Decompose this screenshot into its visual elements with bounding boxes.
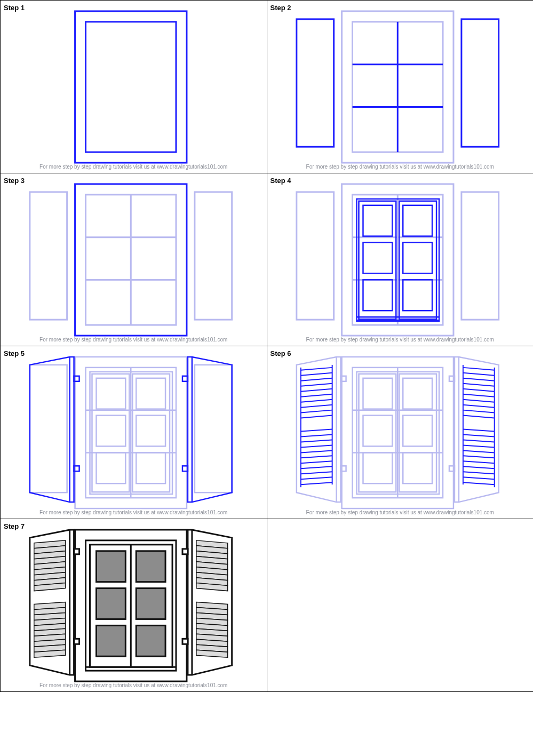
svg-rect-71 <box>403 452 432 483</box>
footer-text: For more step by step drawing tutorials … <box>267 164 534 170</box>
step-cell-7: Step 7 <box>1 519 267 692</box>
svg-rect-42 <box>92 374 129 492</box>
footer-text: For more step by step drawing tutorials … <box>1 510 267 515</box>
svg-rect-69 <box>403 416 432 447</box>
step-cell-1: Step 1 For more step by step drawing tut… <box>1 1 267 173</box>
svg-rect-29 <box>403 243 432 274</box>
svg-rect-95 <box>96 625 125 656</box>
svg-rect-44 <box>96 378 125 409</box>
svg-rect-43 <box>132 374 170 492</box>
svg-marker-72 <box>296 357 340 502</box>
svg-rect-68 <box>363 416 392 447</box>
svg-rect-31 <box>403 280 432 311</box>
step-diagram-5 <box>1 346 267 519</box>
svg-rect-66 <box>363 378 392 409</box>
svg-rect-21 <box>296 192 333 320</box>
svg-rect-39 <box>30 365 67 492</box>
svg-rect-13 <box>30 192 67 320</box>
svg-rect-45 <box>136 378 165 409</box>
svg-rect-0 <box>75 11 187 163</box>
right-shutter-slats <box>463 365 494 487</box>
svg-rect-48 <box>96 452 125 483</box>
step-diagram-2 <box>267 1 534 173</box>
step-diagram-7 <box>1 519 267 691</box>
svg-rect-102 <box>74 549 79 554</box>
svg-rect-47 <box>136 416 165 447</box>
svg-rect-46 <box>96 416 125 447</box>
step-cell-5: Step 5 <box>1 346 267 519</box>
svg-marker-74 <box>454 357 498 502</box>
step-diagram-4 <box>267 173 534 346</box>
svg-rect-25 <box>399 201 436 319</box>
svg-rect-14 <box>195 192 232 320</box>
footer-text: For more step by step drawing tutorials … <box>267 337 534 343</box>
svg-rect-70 <box>363 452 392 483</box>
svg-rect-1 <box>86 22 176 152</box>
footer-text: For more step by step drawing tutorials … <box>267 510 534 515</box>
step-diagram-1 <box>1 1 267 173</box>
svg-rect-26 <box>363 205 392 236</box>
svg-rect-22 <box>461 192 498 320</box>
svg-rect-64 <box>359 374 396 492</box>
left-shutter-slats <box>300 365 332 487</box>
svg-rect-105 <box>182 639 188 644</box>
svg-rect-65 <box>399 374 436 492</box>
svg-rect-96 <box>136 625 165 656</box>
svg-rect-7 <box>296 19 333 147</box>
blank-cell <box>267 519 534 692</box>
svg-rect-28 <box>363 243 392 274</box>
svg-rect-92 <box>136 551 165 582</box>
svg-rect-27 <box>403 205 432 236</box>
svg-rect-103 <box>74 639 79 644</box>
tutorial-grid: Step 1 For more step by step drawing tut… <box>0 0 533 692</box>
step-cell-6: Step 6 <box>267 346 534 519</box>
footer-text: For more step by step drawing tutorials … <box>1 337 267 343</box>
svg-rect-49 <box>136 452 165 483</box>
svg-rect-30 <box>363 280 392 311</box>
svg-rect-104 <box>182 549 188 554</box>
footer-text: For more step by step drawing tutorials … <box>1 164 267 170</box>
svg-rect-93 <box>96 588 125 619</box>
svg-rect-91 <box>96 551 125 582</box>
svg-rect-67 <box>403 378 432 409</box>
step-cell-3: Step 3 For more step by step drawing tut… <box>1 173 267 346</box>
step-cell-2: Step 2 For more step by step drawing tut… <box>267 1 534 173</box>
svg-rect-8 <box>461 19 498 147</box>
step-diagram-6 <box>267 346 534 519</box>
svg-rect-40 <box>195 365 232 492</box>
footer-text: For more step by step drawing tutorials … <box>1 682 267 688</box>
step-diagram-3 <box>1 173 267 346</box>
svg-rect-24 <box>359 201 396 319</box>
step-cell-4: Step 4 For more step by step drawing tut… <box>267 173 534 346</box>
svg-rect-94 <box>136 588 165 619</box>
